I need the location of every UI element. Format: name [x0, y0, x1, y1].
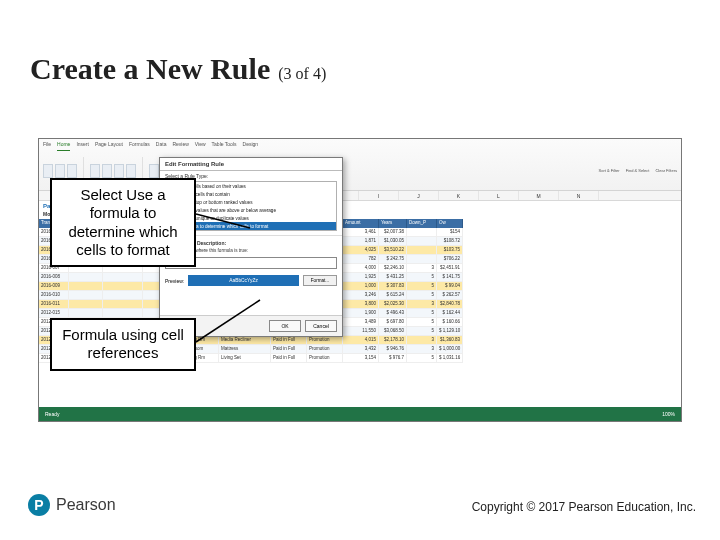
table-cell[interactable]: $2,451.91 [437, 264, 463, 273]
table-cell[interactable]: $ 946.76 [379, 345, 407, 354]
table-cell[interactable]: Paid in Full [271, 336, 307, 345]
format-button[interactable]: Format... [303, 275, 337, 286]
table-cell[interactable]: $ 496.43 [379, 309, 407, 318]
table-cell[interactable]: 782 [343, 255, 379, 264]
table-cell[interactable]: Media Recliner [219, 336, 271, 345]
table-cell[interactable] [69, 282, 103, 291]
table-cell[interactable]: 1,925 [343, 273, 379, 282]
table-cell[interactable]: 3 [407, 264, 437, 273]
ok-button[interactable]: OK [269, 320, 301, 332]
table-cell[interactable]: $ 1,031.16 [437, 354, 463, 363]
table-cell[interactable]: $ 1,129.10 [437, 327, 463, 336]
table-cell[interactable]: 3,432 [343, 345, 379, 354]
table-cell[interactable]: $154 [437, 228, 463, 237]
table-cell[interactable]: 5 [407, 309, 437, 318]
ribbon-tab[interactable]: Page Layout [95, 141, 123, 151]
table-cell[interactable]: $ 431.25 [379, 273, 407, 282]
table-cell[interactable]: 5 [407, 327, 437, 336]
table-cell[interactable]: $103.75 [437, 246, 463, 255]
table-cell[interactable]: 1,871 [343, 237, 379, 246]
ribbon-tab[interactable]: Insert [76, 141, 89, 151]
table-cell[interactable]: 5 [407, 318, 437, 327]
table-cell[interactable] [69, 300, 103, 309]
table-cell[interactable]: Promotion [307, 345, 343, 354]
table-cell[interactable]: 2016-010 [39, 291, 69, 300]
ribbon-tab[interactable]: View [195, 141, 206, 151]
table-cell[interactable]: Promotion [307, 336, 343, 345]
table-cell[interactable]: $ 697.80 [379, 318, 407, 327]
table-cell[interactable]: 4,015 [343, 336, 379, 345]
table-cell[interactable]: Mattress [219, 345, 271, 354]
table-cell[interactable] [407, 255, 437, 264]
table-cell[interactable]: $2,840.78 [437, 300, 463, 309]
table-cell[interactable]: Promotion [307, 354, 343, 363]
ribbon-tab[interactable]: Review [172, 141, 188, 151]
table-cell[interactable] [103, 300, 143, 309]
table-cell[interactable]: $2,025.30 [379, 300, 407, 309]
cancel-button[interactable]: Cancel [305, 320, 337, 332]
ribbon-tab[interactable]: Formulas [129, 141, 150, 151]
ribbon-group-label[interactable]: Find & Select [626, 168, 650, 173]
ribbon-tab[interactable]: Data [156, 141, 167, 151]
table-cell[interactable]: 3 [407, 336, 437, 345]
table-cell[interactable] [69, 273, 103, 282]
table-cell[interactable] [103, 291, 143, 300]
table-cell[interactable] [103, 282, 143, 291]
table-cell[interactable]: $3,068.50 [379, 327, 407, 336]
table-cell[interactable]: $2,178.10 [379, 336, 407, 345]
table-cell[interactable]: $ 262.57 [437, 291, 463, 300]
table-cell[interactable]: $108.72 [437, 237, 463, 246]
table-cell[interactable] [69, 309, 103, 318]
table-cell[interactable]: 11,550 [343, 327, 379, 336]
table-cell[interactable]: 3 [407, 300, 437, 309]
table-cell[interactable]: $ 160.66 [437, 318, 463, 327]
table-cell[interactable] [69, 291, 103, 300]
table-cell[interactable]: 3,461 [343, 228, 379, 237]
ribbon-tab[interactable]: Home [57, 141, 70, 151]
table-cell[interactable]: 3,246 [343, 291, 379, 300]
table-cell[interactable]: $ 976.7 [379, 354, 407, 363]
table-cell[interactable]: $1,030.05 [379, 237, 407, 246]
table-cell[interactable]: 3,489 [343, 318, 379, 327]
table-cell[interactable]: 3 [407, 345, 437, 354]
table-cell[interactable] [407, 228, 437, 237]
ribbon-group-label[interactable]: Clear Filters [655, 168, 677, 173]
table-cell[interactable]: 5 [407, 273, 437, 282]
table-cell[interactable]: $ 141.75 [437, 273, 463, 282]
table-cell[interactable]: 1,900 [343, 309, 379, 318]
table-cell[interactable]: 5 [407, 354, 437, 363]
ribbon-tab[interactable]: Table Tools [212, 141, 237, 151]
table-cell[interactable]: Living Set [219, 354, 271, 363]
table-cell[interactable]: 2016-009 [39, 282, 69, 291]
table-cell[interactable]: Paid in Full [271, 345, 307, 354]
table-cell[interactable]: $ 615.24 [379, 291, 407, 300]
table-cell[interactable]: 4,000 [343, 264, 379, 273]
table-cell[interactable]: 2012-015 [39, 309, 69, 318]
table-cell[interactable]: 4,025 [343, 246, 379, 255]
table-cell[interactable]: Paid in Full [271, 354, 307, 363]
table-cell[interactable]: 1,000 [343, 282, 379, 291]
table-cell[interactable]: $706.22 [437, 255, 463, 264]
table-cell[interactable] [407, 246, 437, 255]
table-cell[interactable]: $ 99.04 [437, 282, 463, 291]
table-cell[interactable]: $3,510.22 [379, 246, 407, 255]
table-cell[interactable]: 3,154 [343, 354, 379, 363]
table-cell[interactable]: $ 242.75 [379, 255, 407, 264]
table-cell[interactable]: 2016-011 [39, 300, 69, 309]
table-cell[interactable]: 3,800 [343, 300, 379, 309]
table-cell[interactable] [103, 309, 143, 318]
table-cell[interactable]: 5 [407, 282, 437, 291]
table-cell[interactable]: 5 [407, 291, 437, 300]
table-cell[interactable] [103, 273, 143, 282]
table-cell[interactable]: $2,246.10 [379, 264, 407, 273]
table-cell[interactable] [407, 237, 437, 246]
table-cell[interactable]: $ 162.44 [437, 309, 463, 318]
ribbon-group-label[interactable]: Sort & Filter [599, 168, 620, 173]
table-cell[interactable]: $ 307.83 [379, 282, 407, 291]
table-cell[interactable]: $1,360.83 [437, 336, 463, 345]
ribbon-tab[interactable]: Design [243, 141, 259, 151]
table-cell[interactable]: $2,007.38 [379, 228, 407, 237]
table-cell[interactable]: 2016-008 [39, 273, 69, 282]
table-cell[interactable]: $ 1,000.00 [437, 345, 463, 354]
ribbon-tab[interactable]: File [43, 141, 51, 151]
